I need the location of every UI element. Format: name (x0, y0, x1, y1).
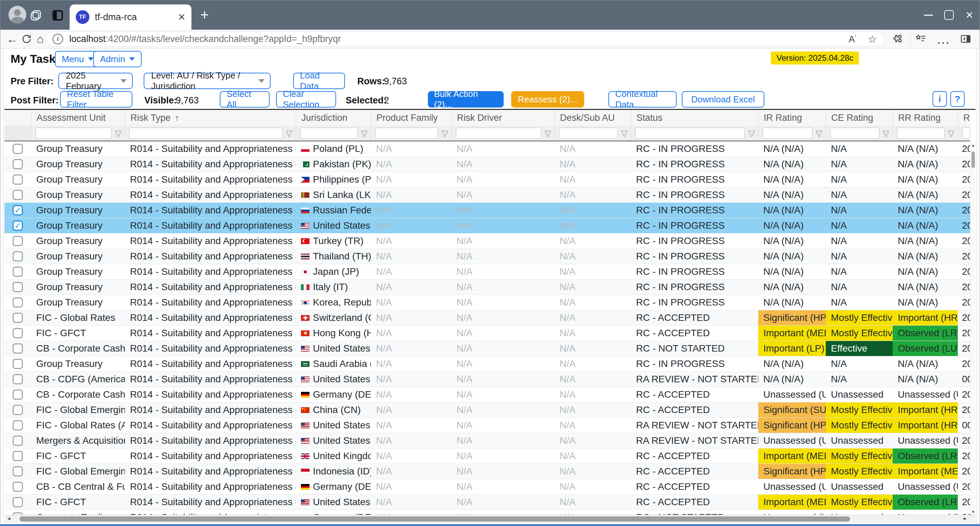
cell-assessment-unit[interactable]: Group Treasury (31, 141, 125, 156)
cell-product-family[interactable]: N/A (371, 387, 452, 402)
cell-product-family[interactable]: N/A (371, 402, 452, 418)
cell-assessment-unit[interactable]: FIC - Global Rates (Americas) (31, 418, 125, 433)
cell-risk-driver[interactable]: N/A (452, 310, 555, 325)
cell-ce-rating[interactable]: N/A (826, 249, 892, 264)
cell-product-family[interactable]: N/A (371, 264, 452, 279)
flag-icon-sa[interactable] (301, 361, 310, 367)
cell-jurisdiction[interactable]: Indonesia (ID) (296, 464, 371, 479)
cell-assessment-unit[interactable]: Group Treasury (31, 172, 125, 187)
info-button[interactable]: i (932, 91, 947, 107)
period-select[interactable]: 2025 February (58, 73, 133, 89)
row-checkbox-cell[interactable] (5, 356, 31, 371)
cell-ce-rating[interactable]: Mostly Effective (826, 464, 892, 479)
filter-funnel-icon[interactable]: ▽ (948, 128, 955, 138)
cell-risk-driver[interactable]: N/A (452, 494, 555, 510)
cell-product-family[interactable]: N/A (371, 203, 452, 218)
cell-ra-last[interactable]: 20 (958, 479, 970, 494)
cell-assessment-unit[interactable]: Group Treasury (31, 187, 125, 202)
cell-ir-rating[interactable]: Significant (HP) (758, 310, 826, 325)
reset-table-filter-button[interactable]: Reset Table Filter (60, 91, 132, 107)
row-checkbox-cell[interactable] (5, 448, 31, 464)
cell-assessment-unit[interactable]: Group Treasury (31, 218, 125, 233)
cell-ra-last[interactable]: 20 (958, 341, 970, 356)
cell-rr-rating[interactable]: N/A (N/A) (892, 372, 958, 387)
cell-risk-driver[interactable]: N/A (452, 356, 555, 371)
cell-risk-driver[interactable]: N/A (452, 187, 555, 202)
contextual-data-button[interactable]: Contextual Data... (608, 91, 677, 107)
reload-icon[interactable] (19, 32, 34, 46)
table-row[interactable]: Group TreasuryR014 - Suitability and App… (5, 356, 970, 372)
cell-assessment-unit[interactable]: CB - Corporate Cash Manage... (31, 387, 125, 402)
row-checkbox-cell[interactable] (5, 295, 31, 310)
window-maximize-button[interactable] (939, 0, 959, 30)
cell-risk-type[interactable]: R014 - Suitability and Appropriateness -… (125, 326, 296, 341)
row-checkbox[interactable] (13, 497, 23, 507)
row-checkbox-cell[interactable] (5, 479, 31, 494)
cell-ra-last[interactable]: 20 (958, 494, 970, 510)
cell-ra-last[interactable]: 00 (958, 372, 970, 387)
cell-ir-rating[interactable]: Significant (SU) (758, 402, 826, 418)
filter-cell-ce-rating[interactable]: ▽ (826, 126, 892, 140)
table-row[interactable]: FIC - GFCTR014 - Suitability and Appropr… (5, 448, 970, 464)
table-row[interactable]: Group TreasuryR014 - Suitability and App… (5, 187, 970, 203)
cell-rr-rating[interactable]: N/A (N/A) (892, 218, 958, 233)
cell-risk-type[interactable]: R014 - Suitability and Appropriateness -… (125, 310, 296, 325)
cell-product-family[interactable]: N/A (371, 141, 452, 156)
column-header-label[interactable]: RR Rating (898, 113, 941, 123)
table-row[interactable]: CB - CDFG (Americas)R014 - Suitability a… (5, 372, 970, 387)
flag-icon-us[interactable] (301, 223, 310, 229)
cell-risk-type[interactable]: R014 - Suitability and Appropriateness -… (125, 264, 296, 279)
cell-ra-last[interactable]: 20 (958, 141, 970, 156)
cell-risk-type[interactable]: R014 - Suitability and Appropriateness -… (125, 464, 296, 479)
row-checkbox[interactable] (13, 405, 23, 415)
help-button[interactable]: ? (950, 91, 965, 107)
row-checkbox[interactable] (13, 328, 23, 338)
scroll-up-icon[interactable]: ▲ (970, 143, 976, 148)
filter-input-risk-driver[interactable] (456, 128, 541, 139)
cell-ra-last[interactable]: 20 (958, 387, 970, 402)
cell-ir-rating[interactable]: Important (MEDU) (758, 326, 826, 341)
cell-rr-rating[interactable]: N/A (N/A) (892, 172, 958, 187)
column-header-label[interactable]: Product Family (376, 113, 438, 123)
column-header-product-family[interactable]: Product Family (371, 110, 452, 126)
cell-risk-type[interactable]: R014 - Suitability and Appropriateness -… (125, 402, 296, 418)
cell-rr-rating[interactable]: Important (HR) (892, 402, 958, 418)
cell-status[interactable]: RC - ACCEPTED (631, 310, 758, 325)
cell-ra-last[interactable]: 20 (958, 172, 970, 187)
cell-status[interactable]: RC - IN PROGRESS (631, 279, 758, 295)
cell-product-family[interactable]: N/A (371, 433, 452, 448)
cell-status[interactable]: RC - IN PROGRESS (631, 187, 758, 202)
window-close-button[interactable]: × (959, 0, 980, 30)
table-row[interactable]: FIC - Global Emerging MarketsR014 - Suit… (5, 464, 970, 479)
cell-jurisdiction[interactable]: Switzerland (CH) (296, 310, 371, 325)
profile-avatar[interactable] (8, 6, 26, 24)
cell-ce-rating[interactable]: Mostly Effective (826, 326, 892, 341)
sidebar-panel-icon[interactable] (958, 32, 973, 46)
cell-product-family[interactable]: N/A (371, 464, 452, 479)
column-header-assessment-unit[interactable]: Assessment Unit (31, 110, 125, 126)
row-checkbox[interactable] (13, 466, 23, 477)
jurisdiction-label[interactable]: United States of ... (313, 374, 371, 385)
row-checkbox-cell[interactable] (5, 264, 31, 279)
row-checkbox-cell[interactable] (5, 141, 31, 156)
cell-risk-type[interactable]: R014 - Suitability and Appropriateness -… (125, 479, 296, 494)
cell-status[interactable]: RC - ACCEPTED (631, 494, 758, 510)
cell-ir-rating[interactable]: Unassessed (U) (758, 387, 826, 402)
jurisdiction-label[interactable]: Germany (DE) (313, 389, 371, 400)
cell-status[interactable]: RC - IN PROGRESS (631, 264, 758, 279)
jurisdiction-label[interactable]: Korea, Republic ... (313, 297, 371, 308)
table-row[interactable]: Group TreasuryR014 - Suitability and App… (5, 141, 970, 157)
row-checkbox[interactable] (13, 159, 23, 169)
cell-ra-last[interactable]: 20 (958, 218, 970, 233)
cell-product-family[interactable]: N/A (371, 157, 452, 172)
cell-rr-rating[interactable]: Unassessed (U) (892, 387, 958, 402)
flag-icon-id[interactable] (301, 469, 310, 475)
cell-ce-rating[interactable]: Mostly Effective (826, 402, 892, 418)
jurisdiction-label[interactable]: United States of ... (313, 497, 371, 508)
cell-risk-driver[interactable]: N/A (452, 341, 555, 356)
cell-ir-rating[interactable]: Important (MEDU) (758, 448, 826, 464)
cell-ce-rating[interactable]: Unassessed (826, 479, 892, 494)
cell-jurisdiction[interactable]: United States of ... (296, 341, 371, 356)
flag-icon-ch[interactable] (301, 315, 310, 321)
column-header-label[interactable]: IR Rating (764, 113, 802, 123)
